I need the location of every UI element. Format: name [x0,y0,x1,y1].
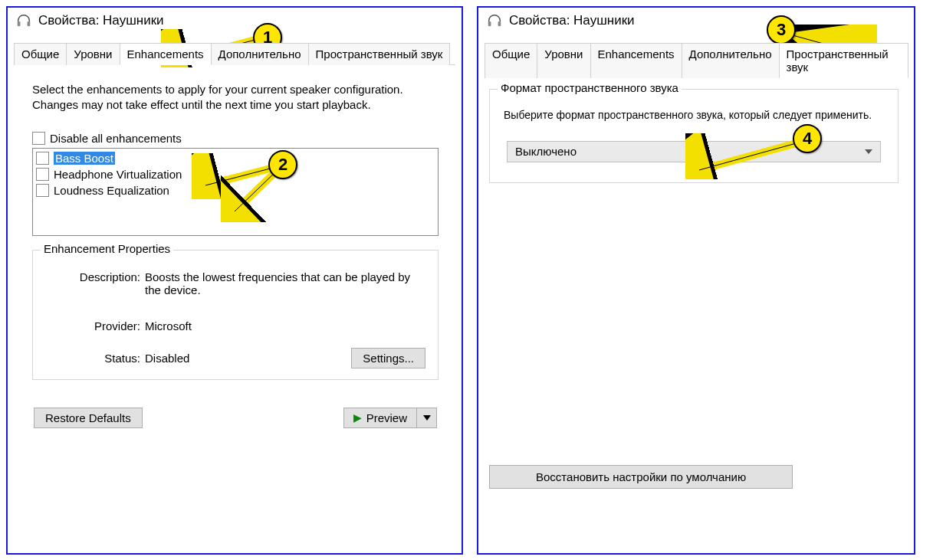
dialog-spatial: Свойства: Наушники Общие Уровни Enhancem… [477,6,915,555]
spatial-format-group: Формат пространственного звука Выберите … [489,89,899,183]
disable-all-label: Disable all enhancements [50,132,182,145]
provider-key: Provider: [45,319,145,332]
play-icon: ▶ [353,412,362,423]
group-legend: Enhancement Properties [41,242,173,255]
preview-label: Preview [366,411,407,424]
tab-levels[interactable]: Уровни [537,43,590,78]
restore-defaults-button[interactable]: Восстановить настройки по умолчанию [489,465,793,489]
list-item[interactable]: Loudness Equalization [33,182,438,198]
enhancement-properties-group: Enhancement Properties Description: Boos… [32,250,439,380]
dropdown-value: Выключено [515,145,577,158]
titlebar: Свойства: Наушники [8,8,462,35]
svg-rect-8 [488,21,491,26]
list-item-label: Headphone Virtualization [54,168,182,181]
list-item-label: Loudness Equalization [54,184,169,197]
dialog-enhancements: Свойства: Наушники Общие Уровни Enhancem… [6,6,463,555]
disable-all-checkbox[interactable] [32,132,45,145]
chevron-down-icon [865,149,872,154]
description-value: Boosts the lowest frequencies that can b… [145,270,425,296]
tab-content: Select the enhancements to apply for you… [8,65,462,436]
tab-advanced[interactable]: Дополнительно [682,43,780,78]
tab-enhancements[interactable]: Enhancements [590,43,682,78]
status-value: Disabled [145,352,189,365]
headphone-virt-checkbox[interactable] [36,168,49,181]
tab-advanced[interactable]: Дополнительно [211,43,309,65]
svg-rect-9 [498,21,501,26]
tab-spatial[interactable]: Пространственный звук [779,43,908,78]
spatial-format-dropdown[interactable]: Выключено [507,141,881,162]
tab-general[interactable]: Общие [14,43,67,65]
list-item-label: Bass Boost [54,152,115,165]
tab-spatial[interactable]: Пространственный звук [308,43,451,65]
restore-defaults-button[interactable]: Restore Defaults [34,408,143,428]
preview-dropdown-button[interactable] [417,408,437,428]
tab-enhancements[interactable]: Enhancements [120,43,212,65]
provider-value: Microsoft [145,319,425,332]
tab-levels[interactable]: Уровни [66,43,120,65]
headphones-icon [15,12,32,29]
group-description: Выберите формат пространственного звука,… [504,108,884,123]
tabstrip: Общие Уровни Enhancements Дополнительно … [478,43,914,78]
group-legend: Формат пространственного звука [498,81,682,94]
svg-rect-0 [18,21,21,26]
status-key: Status: [45,352,145,365]
window-title: Свойства: Наушники [38,13,164,28]
loudness-eq-checkbox[interactable] [36,184,49,197]
bass-boost-checkbox[interactable] [36,152,49,165]
instruction-text: Select the enhancements to apply for you… [32,82,431,113]
window-title: Свойства: Наушники [509,13,635,28]
list-item[interactable]: Headphone Virtualization [33,166,438,182]
titlebar: Свойства: Наушники [478,8,914,35]
disable-all-row[interactable]: Disable all enhancements [32,132,439,145]
settings-button[interactable]: Settings... [351,348,425,368]
description-key: Description: [45,270,145,296]
tab-general[interactable]: Общие [485,43,537,78]
preview-split-button[interactable]: ▶ Preview [343,408,437,428]
tabstrip: Общие Уровни Enhancements Дополнительно … [8,43,462,65]
enhancement-list[interactable]: Bass Boost Headphone Virtualization Loud… [32,148,439,236]
svg-rect-1 [28,21,31,26]
list-item[interactable]: Bass Boost [33,150,438,166]
preview-button[interactable]: ▶ Preview [343,408,417,428]
headphones-icon [486,12,503,29]
